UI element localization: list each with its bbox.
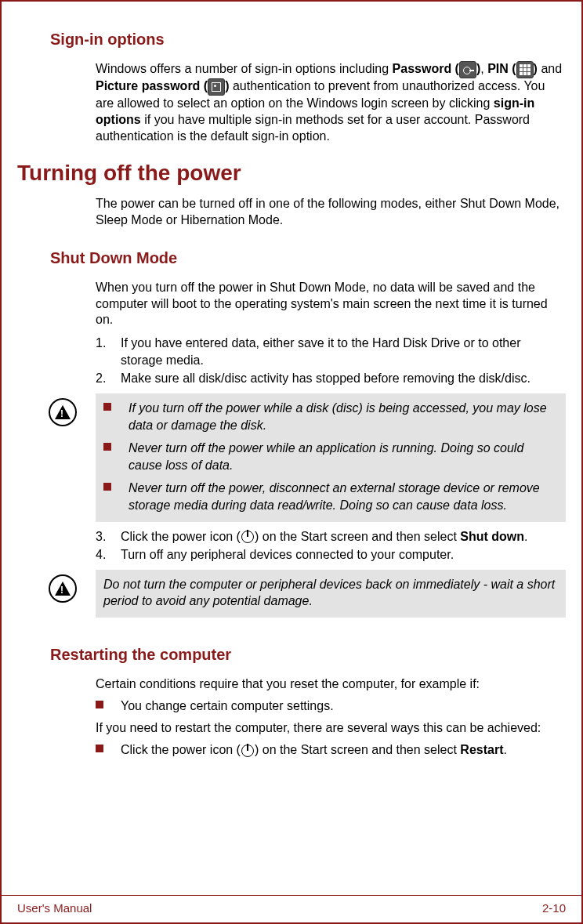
warning-body: Do not turn the computer or peripheral d… <box>96 570 566 618</box>
bullet-text: Never turn off the power while an applic… <box>129 440 558 473</box>
keypad-icon <box>516 61 534 78</box>
content-area: Sign-in options Windows offers a number … <box>17 29 566 759</box>
bold-password: Password ( <box>393 62 459 75</box>
square-bullet-icon <box>96 701 103 708</box>
shutdown-body: When you turn off the power in Shut Down… <box>96 280 563 387</box>
square-bullet-icon <box>103 443 111 451</box>
heading-turning-off-power: Turning off the power <box>17 158 566 188</box>
warning-icon-column <box>49 570 96 618</box>
bullet-text: You change certain computer settings. <box>121 698 563 715</box>
shutdown-paragraph: When you turn off the power in Shut Down… <box>96 280 563 328</box>
list-number: 2. <box>96 370 121 387</box>
text: Click the power icon ( <box>121 743 241 756</box>
bold-picture-password: Picture password ( <box>96 79 208 92</box>
heading-restarting-computer: Restarting the computer <box>50 644 566 665</box>
list-number: 1. <box>96 335 121 368</box>
bullet-item: You change certain computer settings. <box>96 698 563 715</box>
text: . <box>503 743 506 756</box>
warning-text: Do not turn the computer or peripheral d… <box>103 578 555 608</box>
warning-icon <box>49 574 77 603</box>
power-paragraph: The power can be turned off in one of th… <box>96 196 563 229</box>
bullet-item: Click the power icon () on the Start scr… <box>96 741 563 759</box>
list-item: 1. If you have entered data, either save… <box>96 335 563 368</box>
signin-paragraph: Windows offers a number of sign-in optio… <box>96 61 563 144</box>
text: ) on the Start screen and then select <box>255 743 460 756</box>
text: ) on the Start screen and then select <box>255 530 460 543</box>
shutdown-body-continued: 3. Click the power icon () on the Start … <box>96 528 563 563</box>
warning-body: If you turn off the power while a disk (… <box>96 393 566 522</box>
picture-icon <box>208 78 225 96</box>
footer-right: 2-10 <box>542 900 566 916</box>
bullet-text: If you turn off the power while a disk (… <box>129 400 558 433</box>
heading-signin-options: Sign-in options <box>50 29 566 50</box>
list-text: Click the power icon () on the Start scr… <box>121 528 563 545</box>
text: . <box>524 530 527 543</box>
text: , <box>480 62 487 75</box>
bullet-item: Never turn off the power while an applic… <box>103 440 558 473</box>
list-item: 3. Click the power icon () on the Start … <box>96 528 563 545</box>
heading-shut-down-mode: Shut Down Mode <box>50 248 566 269</box>
text: and <box>538 62 562 75</box>
power-icon <box>241 745 254 757</box>
page: Sign-in options Windows offers a number … <box>0 0 583 924</box>
signin-body: Windows offers a number of sign-in optio… <box>96 61 563 144</box>
text: Click the power icon ( <box>121 530 241 543</box>
power-body: The power can be turned off in one of th… <box>96 196 563 229</box>
warning-icon <box>49 398 77 426</box>
key-icon <box>459 61 476 78</box>
restart-paragraph: If you need to restart the computer, the… <box>96 720 563 737</box>
warning-triangle-icon <box>55 405 71 419</box>
bullet-item: If you turn off the power while a disk (… <box>103 400 558 433</box>
restart-paragraph: Certain conditions require that you rese… <box>96 676 563 693</box>
warning-icon-column <box>49 393 96 522</box>
list-text: Make sure all disk/disc activity has sto… <box>121 370 563 387</box>
bold-pin: PIN ( <box>487 62 516 75</box>
shutdown-ordered-list-cont: 3. Click the power icon () on the Start … <box>96 528 563 563</box>
bold-restart: Restart <box>460 743 503 756</box>
list-item: 4. Turn off any peripheral devices conne… <box>96 546 563 563</box>
page-footer: User's Manual 2-10 <box>2 895 581 922</box>
square-bullet-icon <box>96 745 103 752</box>
bullet-text: Never turn off the power, disconnect an … <box>129 480 558 513</box>
square-bullet-icon <box>103 403 111 411</box>
text: if you have multiple sign-in methods set… <box>96 113 530 143</box>
warning-callout: If you turn off the power while a disk (… <box>49 393 566 522</box>
square-bullet-icon <box>103 483 111 491</box>
bullet-item: Never turn off the power, disconnect an … <box>103 480 558 513</box>
text: Windows offers a number of sign-in optio… <box>96 62 393 75</box>
list-item: 2. Make sure all disk/disc activity has … <box>96 370 563 387</box>
list-number: 3. <box>96 528 121 545</box>
bold-shut-down: Shut down <box>460 530 524 543</box>
warning-callout: Do not turn the computer or peripheral d… <box>49 570 566 618</box>
shutdown-ordered-list: 1. If you have entered data, either save… <box>96 335 563 387</box>
warning-triangle-icon <box>55 582 71 596</box>
restart-body: Certain conditions require that you rese… <box>96 676 563 759</box>
power-icon <box>241 531 254 543</box>
list-text: Turn off any peripheral devices connecte… <box>121 546 563 563</box>
footer-left: User's Manual <box>17 900 92 916</box>
bullet-text: Click the power icon () on the Start scr… <box>121 741 563 759</box>
list-text: If you have entered data, either save it… <box>121 335 563 368</box>
list-number: 4. <box>96 546 121 563</box>
